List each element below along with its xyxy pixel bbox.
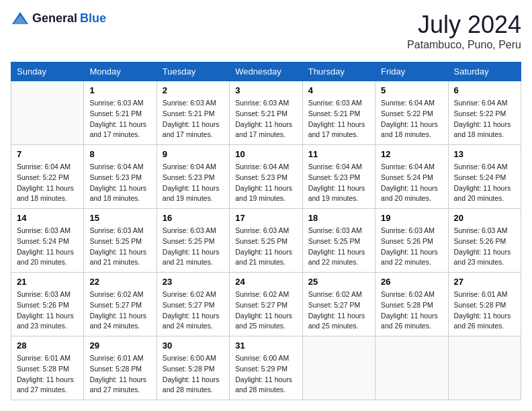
day-info: Sunrise: 6:03 AMSunset: 5:21 PMDaylight:… <box>163 98 224 140</box>
day-number: 14 <box>17 213 78 223</box>
calendar-cell: 10Sunrise: 6:04 AMSunset: 5:23 PMDayligh… <box>230 145 302 209</box>
day-number: 19 <box>381 213 442 223</box>
day-number: 3 <box>235 85 296 95</box>
day-info: Sunrise: 6:03 AMSunset: 5:26 PMDaylight:… <box>381 226 442 268</box>
day-info: Sunrise: 6:03 AMSunset: 5:25 PMDaylight:… <box>89 226 150 268</box>
day-number: 30 <box>163 340 224 351</box>
day-number: 11 <box>308 149 369 159</box>
day-number: 23 <box>163 277 224 287</box>
calendar-cell: 4Sunrise: 6:03 AMSunset: 5:21 PMDaylight… <box>302 81 375 145</box>
calendar-cell: 11Sunrise: 6:04 AMSunset: 5:23 PMDayligh… <box>302 145 375 209</box>
day-number: 5 <box>381 85 442 95</box>
day-number: 4 <box>308 85 369 95</box>
day-info: Sunrise: 6:04 AMSunset: 5:23 PMDaylight:… <box>163 162 224 204</box>
day-number: 20 <box>454 213 515 223</box>
day-number: 15 <box>89 213 150 223</box>
day-info: Sunrise: 6:03 AMSunset: 5:25 PMDaylight:… <box>308 226 369 268</box>
day-info: Sunrise: 6:04 AMSunset: 5:23 PMDaylight:… <box>89 162 150 204</box>
week-row-4: 21Sunrise: 6:03 AMSunset: 5:26 PMDayligh… <box>11 273 521 336</box>
day-info: Sunrise: 6:04 AMSunset: 5:23 PMDaylight:… <box>308 162 369 204</box>
logo-text-blue: Blue <box>80 11 106 26</box>
day-number: 7 <box>17 149 78 159</box>
title-section: July 2024 Patambuco, Puno, Peru <box>407 11 521 51</box>
day-info: Sunrise: 6:03 AMSunset: 5:25 PMDaylight:… <box>163 226 224 268</box>
day-info: Sunrise: 6:02 AMSunset: 5:27 PMDaylight:… <box>308 289 369 332</box>
weekday-header-friday: Friday <box>375 62 448 81</box>
calendar-cell: 14Sunrise: 6:03 AMSunset: 5:24 PMDayligh… <box>11 209 84 273</box>
day-number: 8 <box>89 149 150 159</box>
day-number: 9 <box>163 149 224 159</box>
calendar-cell: 5Sunrise: 6:04 AMSunset: 5:22 PMDaylight… <box>375 81 448 145</box>
day-number: 26 <box>381 277 442 287</box>
calendar-cell: 1Sunrise: 6:03 AMSunset: 5:21 PMDaylight… <box>84 81 157 145</box>
day-number: 6 <box>454 85 515 95</box>
day-info: Sunrise: 6:00 AMSunset: 5:28 PMDaylight:… <box>163 353 224 396</box>
calendar-cell: 26Sunrise: 6:02 AMSunset: 5:28 PMDayligh… <box>375 273 448 336</box>
day-info: Sunrise: 6:04 AMSunset: 5:23 PMDaylight:… <box>235 162 296 204</box>
calendar-cell: 17Sunrise: 6:03 AMSunset: 5:25 PMDayligh… <box>230 209 302 273</box>
weekday-header-saturday: Saturday <box>448 62 521 81</box>
calendar-cell: 20Sunrise: 6:03 AMSunset: 5:26 PMDayligh… <box>448 209 521 273</box>
calendar-cell: 19Sunrise: 6:03 AMSunset: 5:26 PMDayligh… <box>375 209 448 273</box>
day-number: 24 <box>235 277 296 287</box>
weekday-header-row: SundayMondayTuesdayWednesdayThursdayFrid… <box>11 62 521 81</box>
day-info: Sunrise: 6:01 AMSunset: 5:28 PMDaylight:… <box>17 353 78 396</box>
calendar-table: SundayMondayTuesdayWednesdayThursdayFrid… <box>11 62 521 400</box>
calendar-cell: 16Sunrise: 6:03 AMSunset: 5:25 PMDayligh… <box>157 209 229 273</box>
week-row-3: 14Sunrise: 6:03 AMSunset: 5:24 PMDayligh… <box>11 209 521 273</box>
calendar-cell <box>375 336 448 400</box>
calendar-cell: 18Sunrise: 6:03 AMSunset: 5:25 PMDayligh… <box>302 209 375 273</box>
day-info: Sunrise: 6:03 AMSunset: 5:26 PMDaylight:… <box>17 289 78 332</box>
weekday-header-thursday: Thursday <box>302 62 375 81</box>
calendar-cell: 30Sunrise: 6:00 AMSunset: 5:28 PMDayligh… <box>157 336 229 400</box>
calendar-cell: 28Sunrise: 6:01 AMSunset: 5:28 PMDayligh… <box>11 336 84 400</box>
weekday-header-sunday: Sunday <box>11 62 84 81</box>
calendar-cell: 13Sunrise: 6:04 AMSunset: 5:24 PMDayligh… <box>448 145 521 209</box>
logo: General Blue <box>11 11 106 26</box>
calendar-cell: 23Sunrise: 6:02 AMSunset: 5:27 PMDayligh… <box>157 273 229 336</box>
day-number: 22 <box>89 277 150 287</box>
logo-text-general: General <box>32 11 77 26</box>
day-number: 31 <box>235 340 296 351</box>
calendar-cell <box>448 336 521 400</box>
day-info: Sunrise: 6:02 AMSunset: 5:28 PMDaylight:… <box>381 289 442 332</box>
day-number: 1 <box>89 85 150 95</box>
calendar-cell: 8Sunrise: 6:04 AMSunset: 5:23 PMDaylight… <box>84 145 157 209</box>
month-year-title: July 2024 <box>407 11 521 39</box>
weekday-header-monday: Monday <box>84 62 157 81</box>
day-info: Sunrise: 6:04 AMSunset: 5:24 PMDaylight:… <box>381 162 442 204</box>
calendar-cell: 27Sunrise: 6:01 AMSunset: 5:28 PMDayligh… <box>448 273 521 336</box>
calendar-cell: 3Sunrise: 6:03 AMSunset: 5:21 PMDaylight… <box>230 81 302 145</box>
day-info: Sunrise: 6:04 AMSunset: 5:24 PMDaylight:… <box>454 162 515 204</box>
logo-icon <box>11 11 30 26</box>
day-number: 25 <box>308 277 369 287</box>
weekday-header-wednesday: Wednesday <box>230 62 302 81</box>
day-number: 28 <box>17 340 78 351</box>
day-number: 21 <box>17 277 78 287</box>
calendar-cell: 22Sunrise: 6:02 AMSunset: 5:27 PMDayligh… <box>84 273 157 336</box>
calendar-cell: 21Sunrise: 6:03 AMSunset: 5:26 PMDayligh… <box>11 273 84 336</box>
day-number: 18 <box>308 213 369 223</box>
day-info: Sunrise: 6:04 AMSunset: 5:22 PMDaylight:… <box>17 162 78 204</box>
day-number: 10 <box>235 149 296 159</box>
calendar-cell: 7Sunrise: 6:04 AMSunset: 5:22 PMDaylight… <box>11 145 84 209</box>
day-info: Sunrise: 6:03 AMSunset: 5:21 PMDaylight:… <box>89 98 150 140</box>
calendar-cell: 25Sunrise: 6:02 AMSunset: 5:27 PMDayligh… <box>302 273 375 336</box>
page-header: General Blue July 2024 Patambuco, Puno, … <box>11 11 521 51</box>
calendar-cell: 2Sunrise: 6:03 AMSunset: 5:21 PMDaylight… <box>157 81 229 145</box>
calendar-cell: 24Sunrise: 6:02 AMSunset: 5:27 PMDayligh… <box>230 273 302 336</box>
day-info: Sunrise: 6:04 AMSunset: 5:22 PMDaylight:… <box>381 98 442 140</box>
day-info: Sunrise: 6:03 AMSunset: 5:24 PMDaylight:… <box>17 226 78 268</box>
day-number: 27 <box>454 277 515 287</box>
calendar-cell: 15Sunrise: 6:03 AMSunset: 5:25 PMDayligh… <box>84 209 157 273</box>
day-number: 12 <box>381 149 442 159</box>
calendar-cell <box>302 336 375 400</box>
calendar-cell: 9Sunrise: 6:04 AMSunset: 5:23 PMDaylight… <box>157 145 229 209</box>
day-info: Sunrise: 6:01 AMSunset: 5:28 PMDaylight:… <box>454 289 515 332</box>
weekday-header-tuesday: Tuesday <box>157 62 229 81</box>
day-info: Sunrise: 6:01 AMSunset: 5:28 PMDaylight:… <box>89 353 150 396</box>
day-info: Sunrise: 6:03 AMSunset: 5:26 PMDaylight:… <box>454 226 515 268</box>
day-number: 2 <box>163 85 224 95</box>
day-number: 16 <box>163 213 224 223</box>
calendar-cell: 29Sunrise: 6:01 AMSunset: 5:28 PMDayligh… <box>84 336 157 400</box>
